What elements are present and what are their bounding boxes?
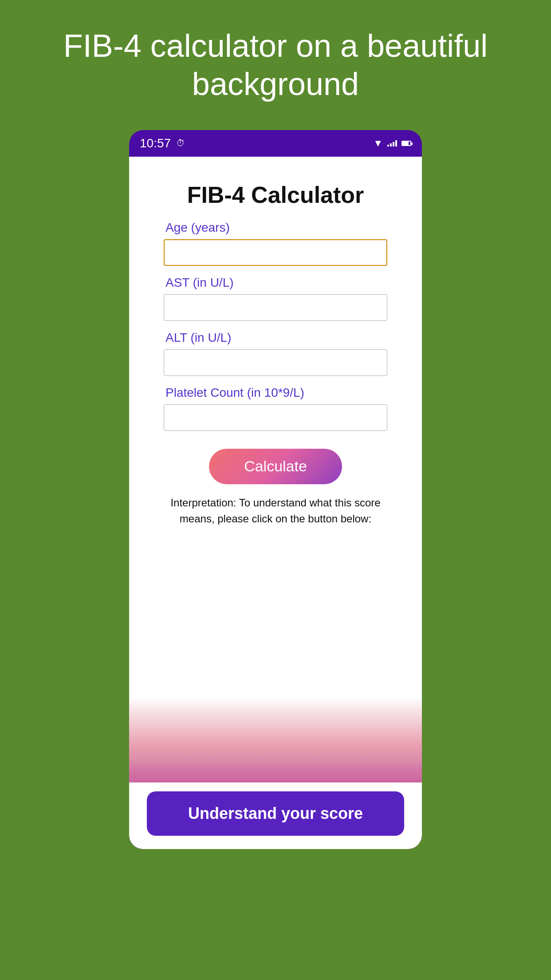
ast-input[interactable] (164, 294, 387, 321)
calculator-card: FIB-4 Calculator Age (years) AST (in U/L… (142, 167, 409, 543)
age-label: Age (years) (164, 221, 387, 235)
alt-label: ALT (in U/L) (164, 331, 387, 345)
signal-icon (387, 140, 397, 146)
ast-label: AST (in U/L) (164, 276, 387, 290)
wifi-icon: ▼ (373, 138, 383, 149)
page-title: FIB-4 calculator on a beautiful backgrou… (35, 27, 516, 103)
status-time-area: 10:57 ⏱ (140, 136, 185, 150)
status-icons-area: ▼ (373, 138, 411, 149)
alt-field-group: ALT (in U/L) (164, 331, 387, 376)
calculator-title: FIB-4 Calculator (187, 182, 364, 208)
battery-icon (401, 141, 411, 146)
understand-score-button[interactable]: Understand your score (147, 791, 404, 836)
age-input[interactable] (164, 239, 387, 266)
calculate-button[interactable]: Calculate (209, 449, 342, 484)
understand-btn-area: Understand your score (129, 782, 422, 849)
ast-field-group: AST (in U/L) (164, 276, 387, 321)
clock-icon: ⏱ (176, 138, 185, 148)
page-background-title: FIB-4 calculator on a beautiful backgrou… (0, 0, 551, 121)
interpretation-text: Interpretation: To understand what this … (164, 495, 387, 527)
platelet-field-group: Platelet Count (in 10*9/L) (164, 386, 387, 431)
platelet-label: Platelet Count (in 10*9/L) (164, 386, 387, 400)
clock-time: 10:57 (140, 136, 171, 150)
alt-input[interactable] (164, 349, 387, 376)
status-bar: 10:57 ⏱ ▼ (129, 130, 422, 157)
platelet-input[interactable] (164, 404, 387, 431)
age-field-group: Age (years) (164, 221, 387, 266)
app-body: FIB-4 Calculator Age (years) AST (in U/L… (129, 157, 422, 849)
phone-frame: 10:57 ⏱ ▼ FIB-4 Calculator (129, 130, 422, 849)
